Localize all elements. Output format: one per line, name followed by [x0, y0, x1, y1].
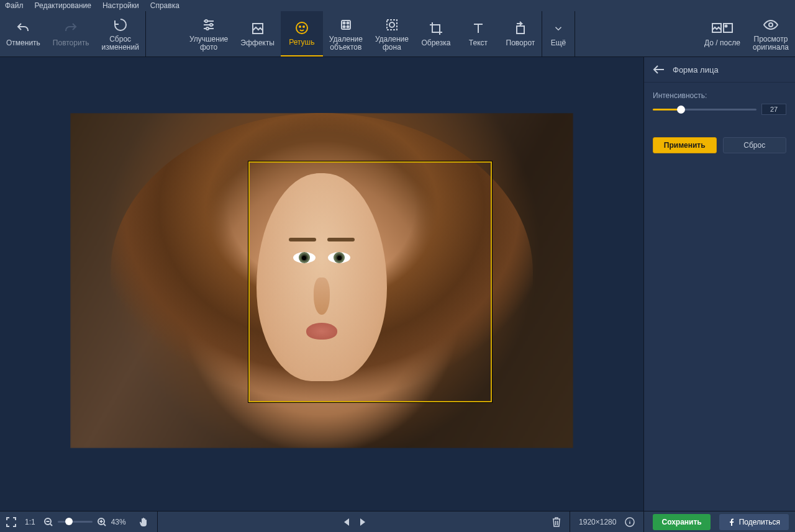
- remove-objects-button[interactable]: Удаление объектов: [323, 11, 369, 56]
- svg-point-11: [343, 22, 345, 24]
- effects-button[interactable]: Эффекты: [234, 11, 281, 56]
- undo-label: Отменить: [6, 39, 40, 47]
- svg-point-9: [303, 26, 304, 27]
- text-label: Текст: [469, 39, 488, 47]
- apply-button[interactable]: Применить: [653, 137, 717, 153]
- enhance-label: Улучшение фото: [189, 35, 228, 52]
- intensity-value: 27: [761, 104, 786, 115]
- crop-button[interactable]: Обрезка: [415, 11, 457, 56]
- photo-canvas: [70, 113, 573, 448]
- next-image-button[interactable]: [359, 518, 366, 526]
- retouch-label: Ретушь: [289, 38, 314, 47]
- reset-changes-button[interactable]: Сброс изменений: [95, 11, 145, 56]
- dimensions-label: 1920×1280: [579, 518, 616, 526]
- text-icon: [471, 20, 486, 37]
- svg-point-4: [210, 24, 212, 26]
- view-original-button[interactable]: Просмотр оригинала: [747, 11, 795, 56]
- text-button[interactable]: Текст: [457, 11, 499, 56]
- svg-point-12: [347, 22, 348, 24]
- statusbar: 1:1 43% 1920×1280 Сохранить Поделиться: [0, 511, 795, 532]
- remove-bg-icon: [384, 17, 399, 33]
- svg-point-21: [769, 23, 773, 27]
- canvas-area[interactable]: [0, 57, 643, 511]
- svg-point-20: [725, 25, 727, 27]
- sliders-icon: [201, 17, 216, 33]
- zoom-out-button[interactable]: [44, 518, 53, 526]
- remove-obj-icon: [338, 17, 353, 33]
- info-button[interactable]: [625, 517, 635, 527]
- fullscreen-button[interactable]: [6, 517, 16, 527]
- eye-icon: [763, 17, 778, 33]
- menu-edit[interactable]: Редактирование: [35, 1, 91, 10]
- panel-title: Форма лица: [673, 65, 719, 74]
- crop-icon: [429, 20, 443, 37]
- zoom-value: 43%: [111, 518, 126, 526]
- svg-rect-10: [342, 20, 350, 29]
- menu-help[interactable]: Справка: [150, 1, 179, 10]
- compare-icon: [712, 20, 733, 37]
- crop-label: Обрезка: [421, 39, 450, 47]
- undo-button[interactable]: Отменить: [0, 11, 47, 56]
- before-after-label: До / после: [704, 39, 740, 47]
- redo-label: Повторить: [53, 39, 89, 47]
- remove-obj-label: Удаление объектов: [329, 35, 363, 52]
- reset-label: Сброс изменений: [101, 35, 139, 52]
- rotate-icon: [513, 20, 528, 37]
- svg-point-8: [299, 26, 301, 27]
- effects-label: Эффекты: [240, 39, 275, 47]
- effects-icon: [250, 20, 265, 37]
- more-label: Ещё: [551, 39, 566, 47]
- reset-icon: [113, 17, 128, 33]
- view-original-label: Просмотр оригинала: [753, 35, 789, 52]
- retouch-button[interactable]: Ретушь: [281, 11, 323, 56]
- panel-reset-button[interactable]: Сброс: [723, 137, 787, 153]
- svg-point-14: [347, 25, 348, 27]
- delete-button[interactable]: [552, 517, 561, 527]
- intensity-label: Интенсивность:: [653, 91, 786, 100]
- redo-icon: [63, 20, 78, 37]
- svg-point-7: [296, 22, 307, 34]
- before-after-button[interactable]: До / после: [698, 11, 747, 56]
- back-button[interactable]: [653, 65, 665, 74]
- share-label: Поделиться: [739, 518, 780, 526]
- face-icon: [294, 20, 309, 36]
- menubar: Файл Редактирование Настройки Справка: [0, 0, 795, 11]
- undo-icon: [16, 20, 30, 37]
- enhance-button[interactable]: Улучшение фото: [183, 11, 234, 56]
- chevron-down-icon: [553, 20, 564, 37]
- zoom-slider[interactable]: [58, 521, 93, 523]
- rotate-button[interactable]: Поворот: [499, 11, 542, 56]
- menu-file[interactable]: Файл: [5, 1, 24, 10]
- svg-rect-19: [724, 24, 732, 32]
- hand-tool-button[interactable]: [139, 517, 148, 527]
- zoom-in-button[interactable]: [98, 518, 106, 526]
- side-panel: Форма лица Интенсивность: 27 Применить С…: [643, 57, 795, 511]
- svg-point-5: [206, 27, 209, 30]
- redo-button[interactable]: Повторить: [47, 11, 96, 56]
- facebook-icon: [728, 518, 735, 526]
- remove-bg-label: Удаление фона: [375, 35, 409, 52]
- rotate-label: Поворот: [506, 39, 535, 47]
- main-area: Форма лица Интенсивность: 27 Применить С…: [0, 57, 795, 511]
- menu-settings[interactable]: Настройки: [102, 1, 139, 10]
- prev-image-button[interactable]: [343, 518, 350, 526]
- svg-point-16: [389, 22, 394, 27]
- scale-11-button[interactable]: 1:1: [25, 518, 35, 526]
- face-selection-box[interactable]: [248, 161, 492, 402]
- svg-point-13: [343, 25, 345, 27]
- share-button[interactable]: Поделиться: [719, 514, 789, 530]
- toolbar: Отменить Повторить Сброс изменений Улучш…: [0, 11, 795, 57]
- svg-point-3: [205, 20, 207, 22]
- intensity-slider[interactable]: [653, 109, 756, 110]
- svg-rect-17: [517, 26, 524, 34]
- svg-rect-15: [387, 20, 397, 30]
- more-button[interactable]: Ещё: [542, 11, 575, 56]
- remove-bg-button[interactable]: Удаление фона: [369, 11, 415, 56]
- save-button[interactable]: Сохранить: [653, 514, 710, 530]
